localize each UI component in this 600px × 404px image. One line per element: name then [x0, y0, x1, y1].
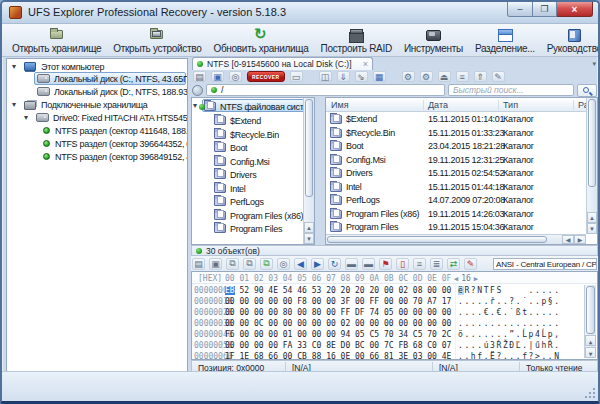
upload-button[interactable]: ⇑ [474, 71, 487, 82]
quick-search-input[interactable] [448, 84, 574, 96]
scroll-down-icon[interactable]: ▼ [587, 223, 597, 234]
file-row[interactable]: Drivers15.11.2015 02:54:52Каталог [326, 167, 585, 181]
copy-button[interactable]: ⧉ [226, 258, 239, 270]
build-raid-button[interactable]: Построить RAID [315, 26, 398, 55]
columns-view-button[interactable]: ▬ [345, 258, 358, 270]
edit-mode-button[interactable]: ✎ [464, 258, 477, 270]
file-row[interactable]: $Recycle.Bin15.11.2015 01:33:23Каталог [326, 127, 585, 141]
file-row[interactable]: Intel15.11.2015 01:44:18Каталог [326, 181, 585, 195]
scrollbar-thumb[interactable] [588, 99, 596, 187]
decrease-width-icon[interactable]: ◀ [454, 275, 458, 283]
refresh-storages-icon [253, 27, 269, 42]
expand-arrow-icon[interactable]: ▾ [12, 62, 16, 71]
open-device-button[interactable]: Открыть устройство [107, 26, 207, 55]
tree-vertical-scrollbar[interactable]: ▲ ▼ [303, 98, 314, 244]
tab-overflow-icon[interactable]: ▾ [592, 60, 596, 68]
save-button[interactable]: ▤ [193, 71, 206, 82]
hex-row[interactable]: 0000005000 00 00 00 FA 33 C0 8E D0 BC 00… [192, 340, 583, 351]
file-row[interactable]: Config.Msi19.11.2015 12:31:25Каталог [326, 154, 585, 168]
open-storage-button[interactable]: Открыть хранилище [6, 26, 107, 55]
minimize-icon: – [517, 4, 522, 14]
sync-button[interactable]: ⇄ [447, 258, 460, 270]
column-header-name[interactable]: Имя [331, 100, 349, 110]
expand-arrow-icon[interactable]: ▾ [24, 113, 28, 122]
file-row[interactable]: $Extend15.11.2015 01:14:01Каталог [326, 113, 585, 127]
set-flag-button[interactable]: ⚑ [379, 258, 392, 270]
file-list-pane: Имя Дата Тип Ра $Extend15.11.2015 01:14:… [325, 97, 598, 245]
cleanup-button[interactable]: ✎ [492, 71, 505, 82]
scroll-right-icon[interactable]: ▶ [574, 235, 586, 244]
recover-gear-button[interactable]: ⚙ [420, 71, 433, 82]
find-button[interactable]: ◎ [229, 71, 242, 82]
tab-ntfs-partition[interactable]: NTFS [0-91545600 на Local Disk (C:)] × [192, 57, 373, 70]
open-folder-button[interactable]: ▭ [290, 71, 303, 82]
file-row[interactable]: Boot23.04.2015 18:21:28Каталог [326, 140, 585, 154]
copy-hex-button[interactable]: ⧉ [243, 258, 256, 270]
title-bar[interactable]: UFS Explorer Professional Recovery - ver… [2, 2, 598, 24]
save-selection-button[interactable]: ▤ [192, 258, 205, 270]
hex-row[interactable]: 0000003000 00 0C 00 00 00 00 00 02 00 00… [192, 318, 583, 329]
refresh-storages-button[interactable]: Обновить хранилища [207, 26, 314, 55]
structure-alt-button[interactable]: ≣ [430, 258, 443, 270]
increase-width-icon[interactable]: ▶ [474, 275, 478, 283]
hard-disk-icon [37, 87, 50, 96]
copy-text-button[interactable]: ⧉ [260, 258, 273, 270]
address-field[interactable]: / [206, 84, 445, 96]
rows-view-button[interactable]: ▬ [362, 258, 375, 270]
hex-row[interactable]: 00000040F6 00 00 00 01 00 00 00 94 05 C5… [192, 329, 583, 340]
file-row[interactable]: Program Files (x86)19.11.2015 14:26:03Ка… [326, 208, 585, 222]
list-horizontal-scrollbar[interactable]: ◀ ▶ [326, 234, 586, 244]
scroll-down-icon[interactable]: ▼ [585, 347, 596, 358]
structure-button[interactable]: ≡ [413, 258, 426, 270]
list-vertical-scrollbar[interactable]: ▲ ▼ [586, 98, 597, 234]
scroll-down-icon[interactable]: ▼ [304, 233, 314, 244]
export-disk-button[interactable]: ⇘ [355, 71, 368, 82]
minimize-button[interactable]: – [507, 2, 533, 17]
go-forward-button[interactable]: ▶ [311, 258, 324, 270]
bookmark-button[interactable]: ▯ [396, 258, 409, 270]
file-row[interactable]: Program Files19.11.2015 15:04:36Каталог [326, 221, 585, 235]
selected-byte[interactable]: EB [225, 286, 235, 295]
partition-button[interactable]: Разделение... [469, 26, 541, 55]
column-header-type[interactable]: Тип [503, 100, 518, 110]
show-structure-button[interactable]: ▣ [211, 71, 224, 82]
select-block-button[interactable]: ▣ [209, 258, 222, 270]
search-button[interactable] [577, 84, 597, 97]
hex-row[interactable]: 00000000 EB 52 90 4E 54 46 53 20 20 20 2… [192, 285, 583, 296]
hex-vertical-scrollbar[interactable]: ▲ ▼ [584, 285, 596, 358]
tab-close-icon[interactable]: × [363, 59, 368, 69]
scrollbar-thumb[interactable] [305, 99, 313, 197]
hex-row[interactable]: 0000001000 00 00 00 00 F8 00 00 3F 00 FF… [192, 296, 583, 307]
expand-arrow-icon[interactable]: ▾ [193, 101, 197, 110]
hex-row[interactable]: 0000002000 00 00 00 80 00 80 00 FF DF 74… [192, 307, 583, 318]
disk-image-button[interactable]: ◫ [319, 71, 332, 82]
file-row[interactable]: PerfLogs14.07.2009 07:20:08Каталог [326, 194, 585, 208]
goto-offset-button[interactable]: ↻ [328, 258, 341, 270]
browser-toolbar: ▤ ▣ ◎ RECOVER ▭ ◫ ⇓ ⇘ ▦ ⚙ ⚙ ⏏ ≡ ⇑ ✎ [191, 70, 598, 83]
save-disk-button[interactable]: ⇓ [337, 71, 350, 82]
scan-button[interactable]: ⚙ [402, 71, 415, 82]
resize-grip[interactable] [585, 388, 595, 398]
scroll-up-icon[interactable]: ▲ [587, 212, 597, 223]
scrollbar-thumb[interactable] [327, 236, 547, 243]
encoding-select[interactable]: ANSI - Central European / CP-1250 [493, 258, 597, 270]
scrollbar-thumb[interactable] [586, 286, 595, 334]
mount-button[interactable]: ⏏ [438, 71, 451, 82]
manual-button[interactable]: Руководство [541, 26, 600, 55]
folder-icon [330, 115, 342, 124]
expand-arrow-icon[interactable]: ▾ [12, 100, 16, 109]
find-hex-button[interactable]: ◎ [277, 258, 290, 270]
maximize-button[interactable]: ❐ [533, 2, 557, 17]
view-panels-button[interactable]: ▦ [373, 71, 386, 82]
tools-button[interactable]: Инструменты [398, 26, 469, 55]
column-header-date[interactable]: Дата [428, 100, 448, 110]
scroll-up-icon[interactable]: ▲ [304, 222, 314, 233]
recover-button[interactable]: RECOVER [247, 71, 285, 82]
folder-icon [214, 224, 226, 233]
go-back-button[interactable]: ◀ [294, 258, 307, 270]
hard-disk-icon [37, 74, 50, 83]
scroll-left-icon[interactable]: ◀ [562, 235, 574, 244]
close-button[interactable]: × [557, 2, 593, 17]
scroll-up-icon[interactable]: ▲ [585, 335, 596, 346]
properties-button[interactable]: ≡ [456, 71, 469, 82]
